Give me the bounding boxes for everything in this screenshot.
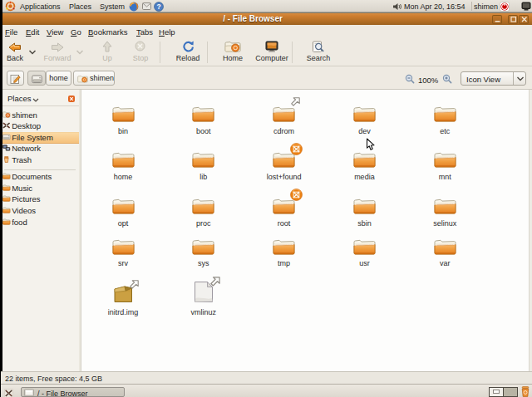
svg-text:?: ? — [156, 2, 160, 11]
